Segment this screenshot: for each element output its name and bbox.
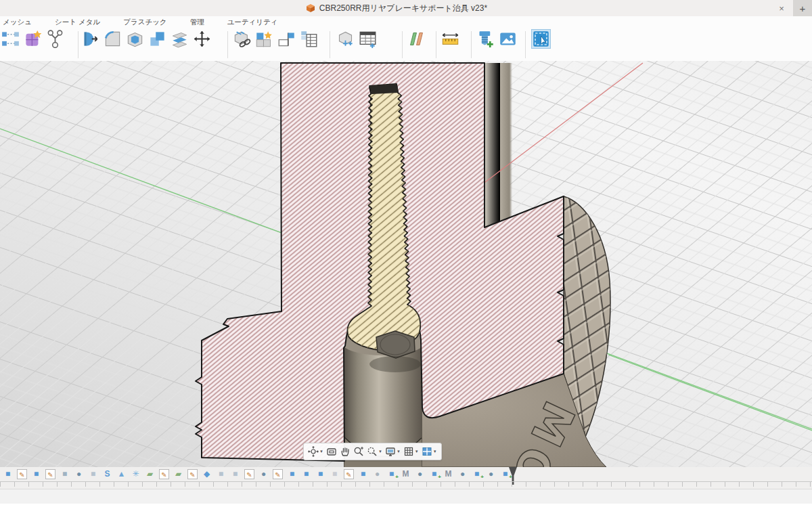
ribbon-separator bbox=[330, 31, 330, 58]
ribbon-separator bbox=[227, 31, 228, 58]
timeline-item-draft-feature[interactable]: ▲ bbox=[116, 469, 127, 479]
ribbon-tab-1[interactable]: シート メタル bbox=[55, 18, 100, 26]
configuration-table-icon[interactable] bbox=[359, 30, 377, 48]
timeline-item-move-feature[interactable]: ● bbox=[486, 469, 496, 479]
ribbon-group-select: 選択▼ bbox=[532, 30, 555, 60]
ribbon-tab-0[interactable]: メッシュ bbox=[3, 18, 32, 26]
timeline-item-extrude-feature[interactable]: ■ bbox=[287, 469, 297, 479]
timeline-item-split-body[interactable]: ■ bbox=[230, 469, 240, 479]
bom-icon[interactable] bbox=[300, 30, 318, 48]
ribbon-separator bbox=[436, 31, 436, 58]
timeline-item-split-body[interactable]: ■ bbox=[88, 469, 98, 479]
timeline-item-move-feature[interactable]: ● bbox=[74, 469, 84, 479]
joint-icon[interactable] bbox=[277, 30, 296, 48]
ribbon-separator bbox=[525, 31, 526, 58]
mesh-create-icon[interactable] bbox=[24, 30, 42, 48]
timeline-item-shell-feature[interactable]: ■ bbox=[60, 469, 70, 479]
timeline-item-circular-pattern[interactable]: ✳ bbox=[131, 469, 141, 479]
bolt-hex-head bbox=[369, 331, 421, 372]
select-icon[interactable] bbox=[532, 30, 550, 48]
timeline-item-sketch[interactable]: ✎ bbox=[45, 469, 55, 479]
ribbon-group-insert: 挿入▼ bbox=[476, 30, 520, 60]
combine-icon[interactable] bbox=[148, 30, 166, 48]
timeline-item-extrude-feature[interactable]: ■ bbox=[315, 469, 325, 479]
ribbon-separator bbox=[471, 31, 472, 58]
viewports-icon[interactable]: ▼ bbox=[421, 445, 438, 458]
ribbon-group-configuration: コンフィギュレーション▼ bbox=[336, 30, 399, 60]
timeline-item-surface-feature[interactable]: ■ bbox=[330, 469, 340, 479]
ribbon-group-assemble: アセンブリ▼ bbox=[233, 30, 321, 60]
mesh-section-icon[interactable] bbox=[1, 30, 20, 48]
viewport-nav-toolbar: ▼ ▼ ▼ ▼ ▼ bbox=[303, 443, 442, 460]
timeline-item-sketch[interactable]: ✎ bbox=[17, 469, 27, 479]
timeline-item-sketch[interactable]: ✎ bbox=[344, 469, 354, 479]
orbit-icon[interactable]: ▼ bbox=[307, 445, 324, 458]
timeline-item-new-component[interactable]: ■+ bbox=[472, 469, 482, 479]
zoom-icon[interactable] bbox=[353, 445, 365, 458]
press-pull-icon[interactable] bbox=[81, 30, 99, 48]
display-settings-icon[interactable]: ▼ bbox=[384, 445, 401, 458]
ribbon-tab-2[interactable]: プラスチック bbox=[123, 18, 166, 26]
timeline-item-sketch[interactable]: ✎ bbox=[273, 469, 283, 479]
timeline-item-extrude-feature[interactable]: ■ bbox=[31, 469, 41, 479]
close-tab-icon[interactable]: × bbox=[774, 0, 789, 16]
orange-cube-icon bbox=[306, 3, 315, 13]
timeline-item-thread-feature[interactable]: S bbox=[102, 469, 112, 479]
status-strip bbox=[0, 489, 812, 504]
ribbon-group-mesh bbox=[1, 30, 76, 60]
split-body-icon[interactable] bbox=[171, 30, 189, 48]
timeline-item-construction-plane[interactable]: ▰ bbox=[173, 469, 183, 479]
move-icon[interactable] bbox=[193, 30, 211, 48]
configure-icon[interactable] bbox=[336, 30, 355, 48]
timeline-item-joint[interactable]: M bbox=[443, 469, 453, 479]
insert-image-icon[interactable] bbox=[499, 30, 517, 48]
timeline-item-move-feature[interactable]: ● bbox=[415, 469, 425, 479]
new-component-icon[interactable] bbox=[233, 30, 251, 48]
timeline-item-extrude-feature[interactable]: ■ bbox=[3, 469, 13, 479]
ribbon-tab-4[interactable]: ユーティリティ bbox=[227, 18, 278, 26]
create-component-icon[interactable] bbox=[255, 30, 273, 48]
timeline-item-new-component[interactable]: ■+ bbox=[429, 469, 439, 479]
timeline-item-move-feature[interactable]: ● bbox=[258, 469, 269, 479]
ribbon-group-construct: 構築▼ bbox=[407, 30, 430, 60]
ribbon-tabs: メッシュシート メタルプラスチック管理ユーティリティ bbox=[3, 18, 278, 26]
measure-icon[interactable] bbox=[441, 30, 459, 48]
ribbon-tab-3[interactable]: 管理 bbox=[190, 18, 204, 26]
timeline-items: ■✎■✎■●■S▲✳▰✎▰✎◆■■✎●✎■■■■✎■●■+M●■+M●■+●■+ bbox=[3, 469, 514, 480]
look-at-icon[interactable] bbox=[325, 445, 338, 458]
timeline-item-combine-bodies[interactable]: ◆ bbox=[202, 469, 212, 479]
ribbon-separator bbox=[402, 31, 403, 58]
document-tab[interactable]: CBR250RR用リヤブレーキサポート治具 v23* bbox=[0, 0, 793, 16]
tab-bar: CBR250RR用リヤブレーキサポート治具 v23* × + bbox=[0, 0, 812, 17]
timeline-ruler[interactable] bbox=[0, 481, 812, 487]
3d-model-canvas[interactable]: MO bbox=[0, 61, 812, 467]
document-title: CBR250RR用リヤブレーキサポート治具 v23* bbox=[319, 3, 487, 14]
3d-viewport[interactable]: MO ▼ bbox=[0, 61, 812, 467]
fillet-icon[interactable] bbox=[104, 30, 122, 48]
ribbon-group-modify: 修正▼ bbox=[81, 30, 223, 60]
shell-icon[interactable] bbox=[126, 30, 144, 48]
grid-settings-icon[interactable]: ▼ bbox=[403, 445, 420, 458]
timeline-item-new-component[interactable]: ■+ bbox=[386, 469, 397, 479]
ribbon-toolbar: メッシュシート メタルプラスチック管理ユーティリティ bbox=[0, 16, 812, 62]
timeline-item-joint[interactable]: M bbox=[401, 469, 411, 479]
fit-icon[interactable]: ▼ bbox=[366, 445, 383, 458]
ribbon-separator bbox=[78, 31, 78, 58]
timeline-item-fillet-feature[interactable]: ● bbox=[372, 469, 382, 479]
pan-icon[interactable] bbox=[339, 445, 351, 458]
timeline-item-move-feature[interactable]: ● bbox=[457, 469, 468, 479]
bore-back-wall bbox=[484, 63, 512, 227]
ribbon-group-inspect: 検査▼ bbox=[441, 30, 464, 60]
insert-fastener-icon[interactable] bbox=[476, 30, 495, 48]
timeline-item-extrude-feature[interactable]: ■ bbox=[358, 469, 368, 479]
new-tab-button[interactable]: + bbox=[793, 0, 812, 16]
timeline-item-extrude-feature[interactable]: ■ bbox=[301, 469, 311, 479]
timeline-item-split-body[interactable]: ■ bbox=[216, 469, 226, 479]
mesh-reduce-icon[interactable] bbox=[46, 30, 64, 48]
timeline-item-sketch[interactable]: ✎ bbox=[187, 469, 198, 479]
timeline-item-sketch[interactable]: ✎ bbox=[159, 469, 169, 479]
timeline-bar: ■✎■✎■●■S▲✳▰✎▰✎◆■■✎●✎■■■■✎■●■+M●■+M●■+●■+ bbox=[0, 467, 812, 489]
timeline-item-sketch[interactable]: ✎ bbox=[244, 469, 254, 479]
construction-plane-icon[interactable] bbox=[407, 30, 426, 48]
timeline-item-construction-plane[interactable]: ▰ bbox=[145, 469, 155, 479]
